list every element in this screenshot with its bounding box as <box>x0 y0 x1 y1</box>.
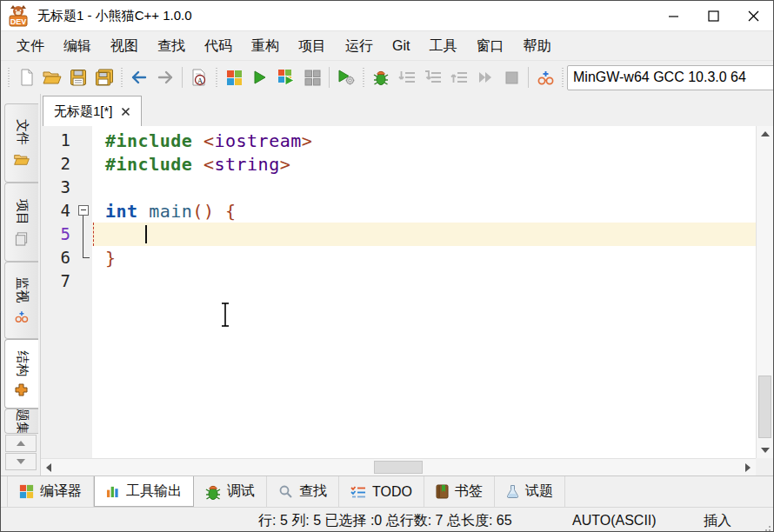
folder-icon <box>14 153 30 166</box>
fold-column <box>77 269 92 293</box>
editor-line-3[interactable]: 3 <box>41 176 756 199</box>
editor-tab-untitled1[interactable]: 无标题1[*] <box>43 96 142 127</box>
sidebar-tab-3[interactable]: 监视 <box>4 262 38 339</box>
editor-line-6[interactable]: 6} <box>41 246 756 269</box>
editor-tab-label: 无标题1[*] <box>54 103 113 120</box>
menu-item-12[interactable]: 帮助 <box>513 31 560 60</box>
bottom-tab-1[interactable]: 编译器 <box>7 476 94 507</box>
minimize-button[interactable] <box>653 1 693 30</box>
menu-item-7[interactable]: 项目 <box>289 31 336 60</box>
toolbar-grip <box>120 68 123 87</box>
step-out-icon[interactable] <box>446 64 472 90</box>
fold-column <box>77 246 92 269</box>
scroll-down-arrow[interactable] <box>757 442 773 458</box>
open-file-icon[interactable] <box>39 64 65 90</box>
sidebar-scroll-up[interactable] <box>5 435 37 452</box>
sidebar-tab-4[interactable]: 结构 <box>4 339 38 409</box>
bottom-tab-6[interactable]: 书签 <box>424 476 495 507</box>
menu-item-11[interactable]: 窗口 <box>466 31 513 60</box>
scroll-up-arrow[interactable] <box>757 126 773 142</box>
save-all-icon[interactable] <box>91 64 117 90</box>
find-replace-icon[interactable]: A <box>186 64 212 90</box>
menu-item-6[interactable]: 重构 <box>242 31 289 60</box>
resize-grip[interactable] <box>763 523 771 532</box>
debug-icon[interactable] <box>368 64 394 90</box>
fold-column[interactable] <box>77 199 92 223</box>
editor-line-2[interactable]: 2#include <string> <box>41 152 756 176</box>
horizontal-scrollbar[interactable] <box>41 458 756 475</box>
continue-icon[interactable] <box>472 64 498 90</box>
save-icon[interactable] <box>65 64 91 90</box>
vertical-scrollbar-thumb[interactable] <box>758 376 771 438</box>
editor-line-1[interactable]: 1#include <iostream> <box>41 129 756 152</box>
code-editor[interactable]: 1#include <iostream>2#include <string>34… <box>41 126 756 458</box>
line-number: 4 <box>41 199 77 223</box>
vertical-scrollbar[interactable] <box>756 126 773 458</box>
sidebar-tab-5[interactable]: 题集 <box>4 409 38 434</box>
bottom-tab-3[interactable]: 调试 <box>194 476 267 507</box>
close-button[interactable] <box>733 1 773 30</box>
new-file-icon[interactable] <box>13 64 39 90</box>
run-options-icon[interactable] <box>333 64 359 90</box>
bottom-tab-label: 书签 <box>455 482 483 501</box>
menu-item-2[interactable]: 编辑 <box>54 31 101 60</box>
scroll-left-arrow[interactable] <box>41 459 57 475</box>
toolbar-separator <box>329 67 330 88</box>
sidebar-scroll-down[interactable] <box>5 453 37 470</box>
editor-line-4[interactable]: 4int main() { <box>41 199 756 223</box>
code-text: int main() { <box>92 199 756 223</box>
run-icon[interactable] <box>247 64 273 90</box>
menu-item-1[interactable]: 文件 <box>7 31 54 60</box>
add-watch-icon[interactable] <box>532 64 558 90</box>
editor-tab-strip: 无标题1[*] <box>41 94 773 127</box>
rebuild-icon[interactable] <box>299 64 325 90</box>
back-icon[interactable] <box>126 64 152 90</box>
project-icon <box>15 231 30 246</box>
menu-item-3[interactable]: 视图 <box>101 31 148 60</box>
horizontal-scrollbar-thumb[interactable] <box>374 461 423 474</box>
stop-icon[interactable] <box>498 64 524 90</box>
fold-column <box>77 176 92 199</box>
fold-collapse-icon[interactable] <box>78 205 89 216</box>
sidebar-tab-2[interactable]: 项目 <box>4 183 38 262</box>
bottom-tab-label: 调试 <box>227 482 255 501</box>
forward-icon[interactable] <box>152 64 178 90</box>
menu-bar: 文件编辑视图查找代码重构项目运行Git工具窗口帮助 <box>1 31 773 61</box>
status-insert-mode[interactable]: 插入 <box>704 512 731 530</box>
compiler-set-value: MinGW-w64 GCC 10.3.0 64 <box>573 70 774 85</box>
compile-icon[interactable] <box>221 64 247 90</box>
editor-lines[interactable]: 1#include <iostream>2#include <string>34… <box>41 129 756 293</box>
bottom-tab-7[interactable]: 试题 <box>495 476 565 507</box>
line-number: 6 <box>41 246 77 269</box>
step-into-icon[interactable] <box>420 64 446 90</box>
status-encoding[interactable]: AUTO(ASCII) <box>572 513 657 529</box>
bottom-tab-label: 查找 <box>299 482 327 501</box>
bottom-tab-4[interactable]: 查找 <box>267 476 339 507</box>
line-number: 7 <box>41 269 77 293</box>
compiler-set-select[interactable]: MinGW-w64 GCC 10.3.0 64 <box>567 65 774 90</box>
compiler-icon <box>19 484 34 499</box>
sidebar-tab-label: 题集 <box>14 409 30 434</box>
bookmark-icon <box>436 484 449 499</box>
step-over-icon[interactable] <box>394 64 420 90</box>
menu-item-10[interactable]: 工具 <box>419 31 466 60</box>
app-window: DEV 无标题1 - 小熊猫C++ 1.0.0 文件编辑视图查找代码重构项目运行… <box>0 0 774 532</box>
sidebar-tab-1[interactable]: 文件 <box>4 103 38 183</box>
bottom-tab-label: 试题 <box>525 482 553 501</box>
svg-text:A: A <box>197 76 204 85</box>
menu-item-8[interactable]: 运行 <box>336 31 383 60</box>
compile-run-icon[interactable] <box>273 64 299 90</box>
menu-item-4[interactable]: 查找 <box>148 31 195 60</box>
maximize-button[interactable] <box>693 1 733 30</box>
close-tab-icon[interactable] <box>121 107 130 116</box>
bottom-tab-5[interactable]: TODO <box>339 476 424 507</box>
menu-item-5[interactable]: 代码 <box>195 31 242 60</box>
scroll-right-arrow[interactable] <box>740 459 756 475</box>
editor-line-5[interactable]: 5 <box>41 223 756 246</box>
problem-icon <box>506 484 519 499</box>
editor-line-7[interactable]: 7 <box>41 269 756 293</box>
bottom-tab-2[interactable]: 工具输出 <box>94 476 194 507</box>
toolbar-grip <box>362 68 365 87</box>
line-number: 2 <box>41 152 77 176</box>
menu-item-9[interactable]: Git <box>383 31 419 60</box>
